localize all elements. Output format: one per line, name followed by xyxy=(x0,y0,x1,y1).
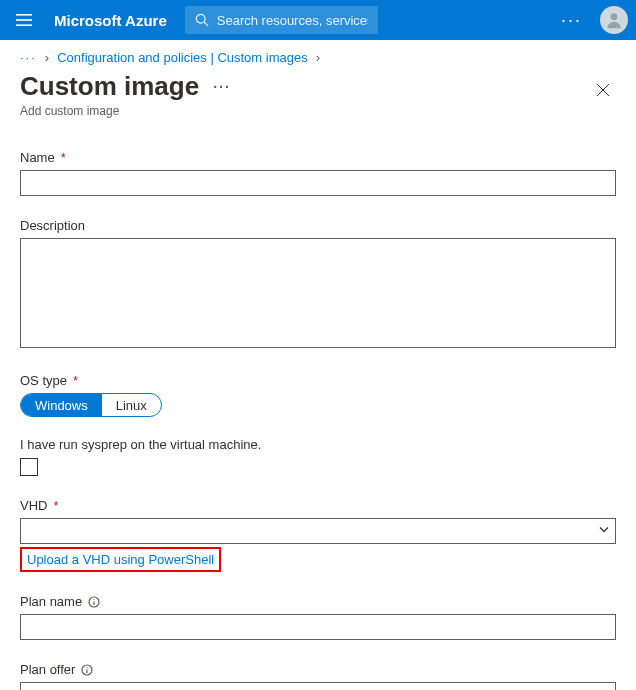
close-panel-button[interactable] xyxy=(590,77,616,106)
chevron-right-icon: › xyxy=(45,50,49,65)
plan-name-input[interactable] xyxy=(20,614,616,640)
required-indicator: * xyxy=(53,498,58,513)
name-input[interactable] xyxy=(20,170,616,196)
sysprep-label: I have run sysprep on the virtual machin… xyxy=(20,437,616,452)
description-textarea[interactable] xyxy=(20,238,616,348)
brand-label: Microsoft Azure xyxy=(54,12,167,29)
upload-vhd-powershell-link[interactable]: Upload a VHD using PowerShell xyxy=(20,547,221,572)
user-avatar[interactable] xyxy=(600,6,628,34)
user-icon xyxy=(604,10,624,30)
breadcrumb-overflow[interactable]: ··· xyxy=(20,50,37,65)
title-more-button[interactable]: ··· xyxy=(213,79,231,95)
plan-name-label: Plan name xyxy=(20,594,82,609)
search-icon xyxy=(195,13,209,27)
name-label: Name xyxy=(20,150,55,165)
breadcrumb-link-config[interactable]: Configuration and policies | Custom imag… xyxy=(57,50,308,65)
required-indicator: * xyxy=(73,373,78,388)
page-header: Custom image ··· Add custom image xyxy=(0,69,636,118)
sysprep-checkbox[interactable] xyxy=(20,458,38,476)
hamburger-icon xyxy=(16,12,32,28)
ostype-segmented: Windows Linux xyxy=(20,393,162,417)
ostype-label: OS type xyxy=(20,373,67,388)
breadcrumb: ··· › Configuration and policies | Custo… xyxy=(0,40,636,69)
close-icon xyxy=(596,83,610,97)
svg-point-10 xyxy=(94,598,95,599)
svg-line-4 xyxy=(204,22,208,26)
svg-rect-1 xyxy=(16,19,32,21)
svg-rect-2 xyxy=(16,24,32,26)
svg-point-3 xyxy=(196,14,205,23)
info-icon[interactable] xyxy=(88,596,100,608)
svg-rect-0 xyxy=(16,14,32,16)
svg-point-5 xyxy=(611,13,618,20)
vhd-label: VHD xyxy=(20,498,47,513)
info-icon[interactable] xyxy=(81,664,93,676)
required-indicator: * xyxy=(61,150,66,165)
plan-offer-input[interactable] xyxy=(20,682,616,690)
hamburger-menu-button[interactable] xyxy=(8,4,40,36)
topbar-more-button[interactable]: ··· xyxy=(551,11,592,29)
description-label: Description xyxy=(20,218,85,233)
page-title: Custom image xyxy=(20,71,199,102)
search-input[interactable] xyxy=(217,13,368,28)
global-search[interactable] xyxy=(185,6,378,34)
custom-image-form: Name * Description OS type * Windows Lin… xyxy=(0,118,636,690)
ostype-linux-option[interactable]: Linux xyxy=(102,394,161,416)
ostype-windows-option[interactable]: Windows xyxy=(21,394,102,416)
azure-topbar: Microsoft Azure ··· xyxy=(0,0,636,40)
plan-offer-label: Plan offer xyxy=(20,662,75,677)
svg-point-13 xyxy=(87,666,88,667)
chevron-right-icon: › xyxy=(316,50,320,65)
page-subtitle: Add custom image xyxy=(20,104,590,118)
vhd-select[interactable] xyxy=(20,518,616,544)
